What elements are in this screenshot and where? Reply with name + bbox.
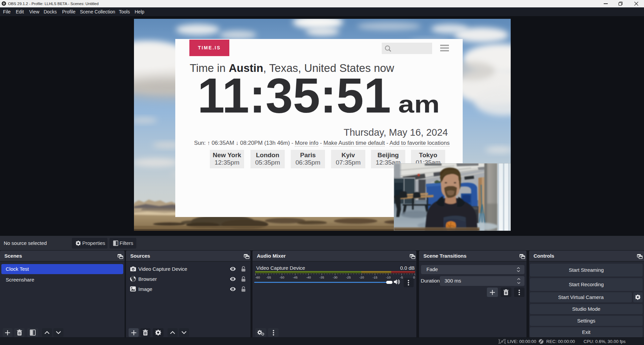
svg-text:-25: -25 [346, 275, 351, 279]
svg-text:-35: -35 [319, 275, 324, 279]
svg-text:-15: -15 [373, 275, 378, 279]
svg-text:0: 0 [413, 275, 415, 279]
svg-text:-20: -20 [359, 275, 364, 279]
svg-text:-10: -10 [386, 275, 391, 279]
svg-text:-50: -50 [280, 275, 285, 279]
svg-text:-40: -40 [306, 275, 311, 279]
svg-text:-55: -55 [266, 275, 271, 279]
svg-text:-60: -60 [255, 275, 260, 279]
svg-text:-30: -30 [333, 275, 338, 279]
svg-text:-5: -5 [400, 275, 403, 279]
svg-text:-45: -45 [293, 275, 298, 279]
